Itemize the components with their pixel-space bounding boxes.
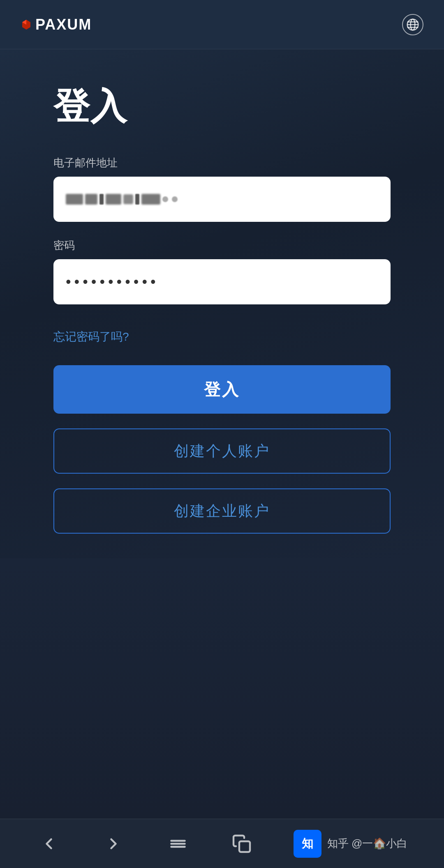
main-content: 登入 电子邮件地址 密码 忘记密码了吗? 登入 创建个人账户 创建企业账户	[0, 49, 444, 558]
copy-square-icon	[232, 834, 252, 854]
forward-button[interactable]	[101, 831, 126, 856]
login-button[interactable]: 登入	[53, 365, 391, 414]
blurred-email-content	[66, 194, 178, 205]
zhihu-label: 知乎 @一🏠小白	[327, 836, 408, 851]
back-chevron-icon	[40, 835, 58, 853]
menu-button[interactable]	[166, 831, 190, 856]
zhihu-icon: 知	[294, 830, 321, 858]
password-input[interactable]	[53, 259, 391, 304]
hamburger-menu-icon	[169, 835, 187, 853]
email-input-blurred[interactable]	[53, 177, 391, 222]
zhihu-badge: 知 知乎 @一🏠小白	[294, 830, 408, 858]
paxum-logo-mark	[21, 19, 32, 30]
forgot-password-link[interactable]: 忘记密码了吗?	[53, 329, 391, 345]
password-field-group: 密码	[53, 238, 391, 304]
back-button[interactable]	[37, 831, 61, 856]
app-header: PAXUM	[0, 0, 444, 49]
email-field-group: 电子邮件地址	[53, 156, 391, 222]
language-selector-button[interactable]	[402, 14, 423, 35]
android-navbar: 知 知乎 @一🏠小白	[0, 819, 444, 868]
bottom-spacer	[0, 558, 444, 819]
copy-button[interactable]	[230, 832, 253, 855]
password-label: 密码	[53, 238, 391, 253]
logo-text: PAXUM	[35, 16, 92, 33]
svg-rect-8	[239, 841, 250, 852]
forward-chevron-icon	[104, 835, 123, 853]
create-personal-account-button[interactable]: 创建个人账户	[53, 428, 391, 474]
create-business-account-button[interactable]: 创建企业账户	[53, 488, 391, 534]
email-label: 电子邮件地址	[53, 156, 391, 170]
globe-icon	[406, 18, 419, 31]
logo-container: PAXUM	[21, 16, 92, 33]
page-title: 登入	[53, 82, 391, 131]
